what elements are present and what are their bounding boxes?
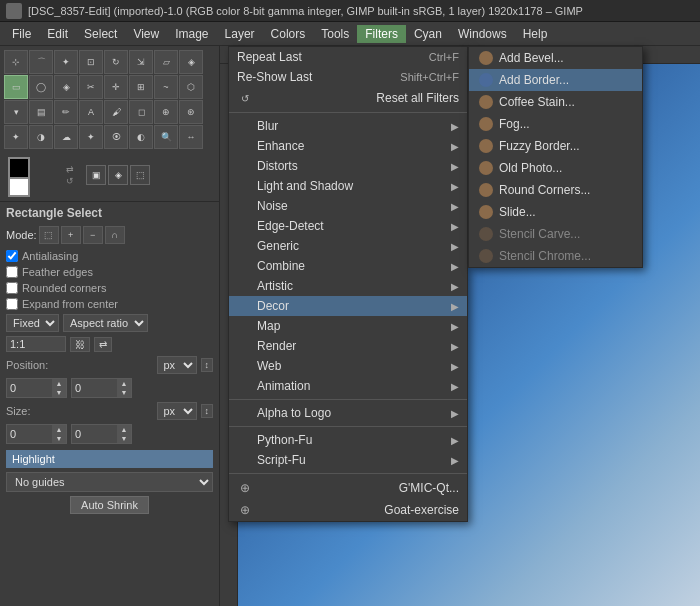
position-unit-select[interactable]: px (157, 356, 197, 374)
tool-measure[interactable]: ↔ (179, 125, 203, 149)
submenu-old-photo[interactable]: Old Photo... (469, 157, 642, 179)
filters-distorts[interactable]: Distorts ▶ (229, 156, 467, 176)
fill-mode[interactable]: ◈ (108, 165, 128, 185)
mode-add[interactable]: + (61, 226, 81, 244)
filters-script-fu[interactable]: Script-Fu ▶ (229, 450, 467, 470)
tool-paintbrush[interactable]: 🖌 (104, 100, 128, 124)
filters-light-shadow[interactable]: Light and Shadow ▶ (229, 176, 467, 196)
tool-scale[interactable]: ⇲ (129, 50, 153, 74)
filters-repeat-last[interactable]: Repeat Last Ctrl+F (229, 47, 467, 67)
menu-layer[interactable]: Layer (217, 25, 263, 43)
menu-file[interactable]: File (4, 25, 39, 43)
filters-edge-detect[interactable]: Edge-Detect ▶ (229, 216, 467, 236)
filters-python-fu[interactable]: Python-Fu ▶ (229, 430, 467, 450)
menu-edit[interactable]: Edit (39, 25, 76, 43)
tool-colorbalance[interactable]: ⦿ (104, 125, 128, 149)
tool-move[interactable]: ✛ (104, 75, 128, 99)
tool-eraser[interactable]: ◻ (129, 100, 153, 124)
menu-cyan[interactable]: Cyan (406, 25, 450, 43)
menu-filters[interactable]: Filters (357, 25, 406, 43)
menu-colors[interactable]: Colors (263, 25, 314, 43)
filters-render[interactable]: Render ▶ (229, 336, 467, 356)
menu-view[interactable]: View (125, 25, 167, 43)
tool-fuzzy[interactable]: ✦ (54, 50, 78, 74)
tool-warp[interactable]: ~ (154, 75, 178, 99)
feather-edges-checkbox[interactable] (6, 266, 18, 278)
submenu-fuzzy-border[interactable]: Fuzzy Border... (469, 135, 642, 157)
tool-ellipseselect[interactable]: ◯ (29, 75, 53, 99)
filters-web[interactable]: Web ▶ (229, 356, 467, 376)
menu-image[interactable]: Image (167, 25, 216, 43)
submenu-add-bevel[interactable]: Add Bevel... (469, 47, 642, 69)
filters-noise[interactable]: Noise ▶ (229, 196, 467, 216)
tool-freeselect[interactable]: ⌒ (29, 50, 53, 74)
position-x-up[interactable]: ▲ (52, 379, 66, 388)
tool-clone[interactable]: ⊛ (179, 100, 203, 124)
size-unit-select[interactable]: px (157, 402, 197, 420)
size-w-input[interactable] (7, 427, 52, 441)
tool-colorpicker[interactable]: ✦ (79, 125, 103, 149)
paint-mode[interactable]: ▣ (86, 165, 106, 185)
tool-3d[interactable]: ◈ (179, 50, 203, 74)
aspect-ratio-select[interactable]: Aspect ratio (63, 314, 148, 332)
filters-enhance[interactable]: Enhance ▶ (229, 136, 467, 156)
menu-windows[interactable]: Windows (450, 25, 515, 43)
mode-intersect[interactable]: ∩ (105, 226, 125, 244)
submenu-coffee-stain[interactable]: Coffee Stain... (469, 91, 642, 113)
tool-cage[interactable]: ⬡ (179, 75, 203, 99)
expand-from-center-checkbox[interactable] (6, 298, 18, 310)
size-w-up[interactable]: ▲ (52, 425, 66, 434)
tool-rotate[interactable]: ↻ (104, 50, 128, 74)
filters-gmic[interactable]: ⊕ G'MIC-Qt... (229, 477, 467, 499)
ratio-input[interactable] (6, 336, 66, 352)
position-y-input[interactable] (72, 381, 117, 395)
submenu-fog[interactable]: Fog... (469, 113, 642, 135)
position-y-down[interactable]: ▼ (117, 388, 131, 397)
submenu-add-border[interactable]: Add Border... (469, 69, 642, 91)
tool-pointer[interactable]: ⊹ (4, 50, 28, 74)
tool-pencil[interactable]: ✏ (54, 100, 78, 124)
tool-blend[interactable]: ▤ (29, 100, 53, 124)
swap-colors[interactable]: ⇄ (66, 164, 74, 174)
tool-text[interactable]: A (79, 100, 103, 124)
filters-alpha-to-logo[interactable]: Alpha to Logo ▶ (229, 403, 467, 423)
filters-combine[interactable]: Combine ▶ (229, 256, 467, 276)
ratio-swap-btn[interactable]: ⇄ (94, 337, 112, 352)
size-w-down[interactable]: ▼ (52, 434, 66, 443)
tool-hue[interactable]: ◐ (129, 125, 153, 149)
filters-generic[interactable]: Generic ▶ (229, 236, 467, 256)
filters-map[interactable]: Map ▶ (229, 316, 467, 336)
position-y-up[interactable]: ▲ (117, 379, 131, 388)
size-h-up[interactable]: ▲ (117, 425, 131, 434)
rounded-corners-checkbox[interactable] (6, 282, 18, 294)
reset-colors[interactable]: ↺ (66, 176, 74, 186)
antialiasing-checkbox[interactable] (6, 250, 18, 262)
size-chain-btn[interactable]: ↕ (201, 404, 214, 418)
filters-reshow-last[interactable]: Re-Show Last Shift+Ctrl+F (229, 67, 467, 87)
submenu-slide[interactable]: Slide... (469, 201, 642, 223)
auto-shrink-button[interactable]: Auto Shrink (70, 496, 149, 514)
mode-replace[interactable]: ⬚ (39, 226, 59, 244)
tool-bycolor[interactable]: ◈ (54, 75, 78, 99)
filters-blur[interactable]: Blur ▶ (229, 116, 467, 136)
fg-color-swatch[interactable] (8, 157, 30, 179)
filters-goat[interactable]: ⊕ Goat-exercise (229, 499, 467, 521)
fixed-select[interactable]: Fixed (6, 314, 59, 332)
menu-tools[interactable]: Tools (313, 25, 357, 43)
tool-airbrush[interactable]: ⊕ (154, 100, 178, 124)
mode-subtract[interactable]: − (83, 226, 103, 244)
tool-dodge[interactable]: ◑ (29, 125, 53, 149)
tool-shear[interactable]: ▱ (154, 50, 178, 74)
tool-align[interactable]: ⊞ (129, 75, 153, 99)
guides-select[interactable]: No guides (6, 472, 213, 492)
tool-heal[interactable]: ✦ (4, 125, 28, 149)
submenu-round-corners[interactable]: Round Corners... (469, 179, 642, 201)
position-chain-btn[interactable]: ↕ (201, 358, 214, 372)
tool-iscissors[interactable]: ✂ (79, 75, 103, 99)
stroke-mode[interactable]: ⬚ (130, 165, 150, 185)
position-x-input[interactable] (7, 381, 52, 395)
tool-crop[interactable]: ⊡ (79, 50, 103, 74)
menu-select[interactable]: Select (76, 25, 125, 43)
tool-bucket[interactable]: ▾ (4, 100, 28, 124)
menu-help[interactable]: Help (515, 25, 556, 43)
